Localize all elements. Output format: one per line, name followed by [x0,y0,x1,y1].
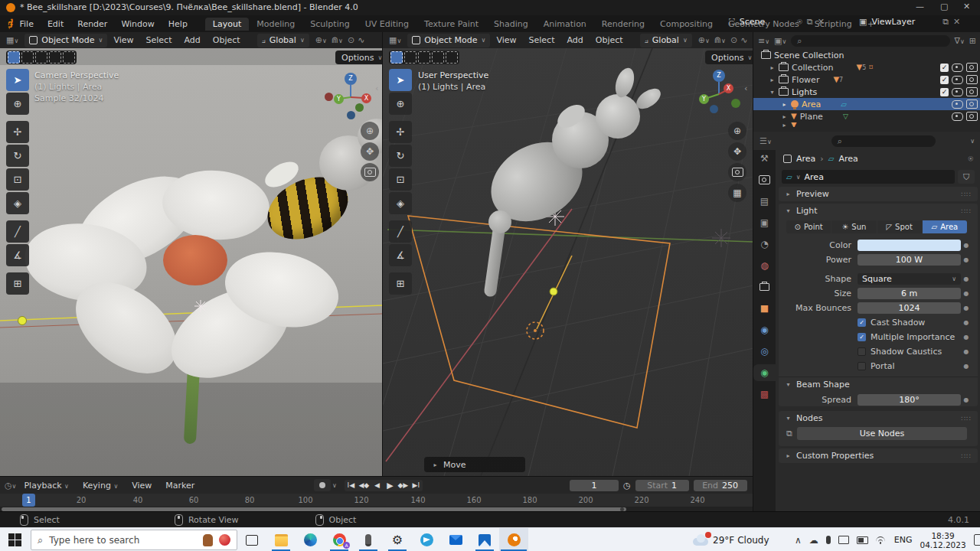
remove-layer-icon[interactable]: ✕ [953,17,960,27]
animate-dot[interactable]: ● [961,305,972,311]
hide-eye-icon[interactable] [952,64,963,72]
menu-file[interactable]: File [13,19,41,29]
transform-orientation-dropdown[interactable]: ⟓ Global∨ [640,34,692,47]
workspace-tab-uv-editing[interactable]: UV Editing [358,18,416,31]
workspace-tab-layout[interactable]: Layout [205,18,249,31]
flower-center[interactable] [163,235,227,285]
select-mode-group[interactable] [6,51,77,64]
select-intersect-mode-icon[interactable] [63,51,75,64]
tool-move[interactable]: ✢ [389,121,412,143]
gizmo-x-axis[interactable]: X [361,93,371,103]
tool-select-box[interactable]: ➤︎ [389,69,412,91]
tab-output-icon[interactable]: ▤ [753,193,776,210]
zoom-button[interactable]: ⊕ [728,122,746,140]
mode-dropdown[interactable]: Object Mode∨ [24,34,107,47]
select-invert-mode-icon[interactable] [432,51,444,64]
menu-edit[interactable]: Edit [41,19,70,29]
clock-widget[interactable]: 18:39 04.12.2023 [920,531,966,549]
viewport-camera[interactable]: Camera Perspective (1) Lights | Area Sam… [0,48,382,476]
multiple-importance-checkbox[interactable]: ✓ [858,333,866,341]
view-layer-selector[interactable]: ▣ ViewLayer ⧉ ✕ [859,17,960,27]
outliner-search[interactable]: ⌕ [791,35,949,47]
editor-type-icon[interactable]: ☰∨ [760,136,772,146]
select-extend-mode-icon[interactable] [404,51,416,64]
object-menu[interactable]: Object [590,35,629,45]
wifi-icon[interactable] [876,536,887,544]
tray-display-icon[interactable] [838,536,849,544]
chrome-browser-icon[interactable]: A [325,528,354,551]
falloff-curve-icon[interactable]: ∿ [358,35,364,45]
menu-window[interactable]: Window [114,19,161,29]
weather-widget[interactable]: 29°F Cloudy [693,534,769,546]
cast-shadow-checkbox[interactable]: ✓ [858,318,866,327]
jump-to-end-button[interactable]: ▶Ⅰ [410,480,423,491]
portal-checkbox[interactable] [858,362,866,370]
animate-dot[interactable]: ● [961,396,972,403]
gizmo-y-axis[interactable]: Y [699,94,709,104]
editor-type-icon[interactable]: ▦∨ [6,35,18,45]
light-color-swatch[interactable] [858,240,961,251]
edge-browser-icon[interactable] [296,528,325,551]
display-mode-icon[interactable]: ≡∨ [758,36,769,46]
scene-selector[interactable]: ⛶ Scene ⍟ ⧉ ✕ [729,17,825,27]
tab-constraints-icon[interactable]: ◉ [753,321,776,338]
tool-measure[interactable]: ∡ [389,244,412,266]
mail-icon[interactable] [441,528,470,551]
pan-hand-button[interactable]: ✥ [728,142,746,161]
breadcrumb-data[interactable]: Area [838,154,858,164]
tool-cursor[interactable]: ⊕ [389,93,412,115]
animate-dot[interactable]: ● [961,256,972,263]
frame-end-field[interactable]: End250 [694,480,747,491]
add-menu[interactable]: Add [178,35,206,45]
tab-texture-icon[interactable]: ▩ [753,386,776,403]
shadow-caustics-checkbox[interactable] [858,347,866,356]
menu-help[interactable]: Help [162,19,194,29]
select-mode-group[interactable] [389,51,459,64]
start-button[interactable] [0,528,29,551]
file-explorer-icon[interactable] [266,528,296,551]
snap-pivot-icon[interactable]: ⊕∨ [698,35,710,45]
outliner-row-area-selected[interactable]: ▸ Area ▱ [753,98,980,110]
new-collection-icon[interactable]: ⊞ [969,36,976,46]
hide-eye-icon[interactable] [952,76,963,84]
tool-add-cube[interactable]: ⊞ [389,272,412,295]
tool-scale[interactable]: ⊡ [6,168,29,191]
add-menu[interactable]: Add [560,35,589,45]
hide-eye-icon[interactable] [952,88,963,96]
gizmo-x-axis[interactable]: X [724,83,733,93]
tool-rotate[interactable]: ↻ [6,145,29,167]
tool-move[interactable]: ✢ [6,121,29,143]
select-subtract-mode-icon[interactable] [418,51,430,64]
transform-orientation-dropdown[interactable]: ⟓ Global∨ [257,34,309,47]
tool-cursor[interactable]: ⊕ [6,93,29,115]
outliner-row-lights[interactable]: ▾ Lights ✓ [753,86,980,98]
properties-options-icon[interactable]: ∨ [970,138,975,145]
exclude-checkbox[interactable]: ✓ [940,64,949,72]
workspace-tab-compositing[interactable]: Compositing [652,18,720,31]
gizmo-neg-y[interactable] [355,103,364,112]
fake-user-shield-button[interactable]: ⛉ [958,170,975,184]
language-indicator[interactable]: ENG [894,535,913,545]
outliner-row-collection[interactable]: ▸ Collection ▼5 ⌑ ✓ [753,61,980,73]
settings-icon[interactable]: ⚙ [383,528,412,551]
tab-render-icon[interactable] [753,171,776,188]
tool-add-cube[interactable]: ⊞ [6,272,29,295]
zoom-button[interactable]: ⊕ [361,122,379,140]
snap-magnet-icon[interactable]: ⋒∨ [714,35,726,45]
tab-object-icon[interactable]: ■ [753,300,776,317]
gizmo-z-axis[interactable]: Z [713,70,725,82]
render-visibility-icon[interactable] [966,75,978,84]
gizmo-neg-x[interactable] [325,93,333,101]
mode-dropdown[interactable]: Object Mode∨ [407,34,490,47]
tray-chevron-icon[interactable]: ∧ [795,535,802,546]
filter-funnel-icon[interactable]: ∇∨ [955,36,965,46]
animate-dot[interactable]: ● [961,290,972,297]
light-type-point[interactable]: ⊙Point [786,220,831,233]
play-reverse-button[interactable]: ◀ [371,480,384,491]
animate-dot[interactable]: ● [961,334,972,341]
minimize-button[interactable]: — [916,2,924,11]
render-visibility-icon[interactable] [966,63,978,72]
copy-layer-icon[interactable]: ⧉ [942,17,949,27]
tab-tool-icon[interactable]: ⚒ [753,150,776,167]
render-visibility-icon[interactable] [966,87,978,96]
